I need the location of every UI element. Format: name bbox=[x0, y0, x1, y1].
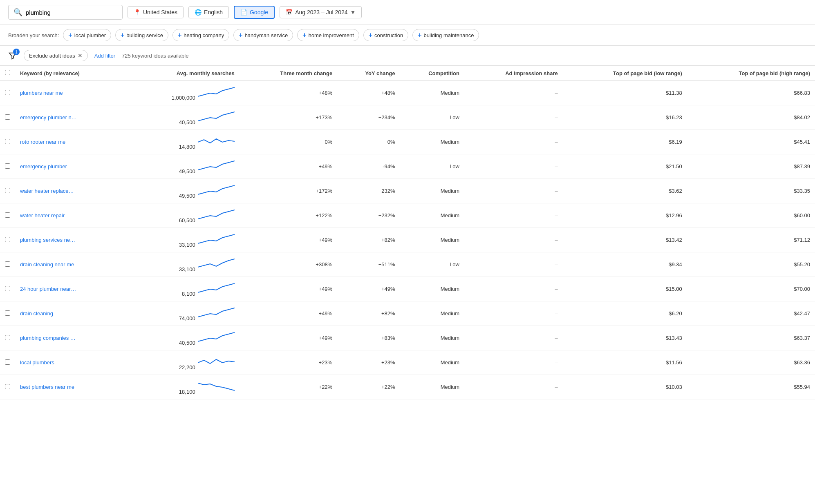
row-three-month-6: +49% bbox=[240, 228, 338, 252]
row-checkbox-input-5[interactable] bbox=[5, 212, 10, 218]
row-ad-impr-share-5: – bbox=[464, 203, 563, 228]
row-ad-impr-share-2: – bbox=[464, 130, 563, 154]
row-keyword-8[interactable]: 24 hour plumber near… bbox=[15, 277, 125, 301]
row-bid-high-2: $45.41 bbox=[687, 130, 815, 154]
col-bid-high[interactable]: Top of page bid (high range) bbox=[687, 66, 815, 81]
row-keyword-6[interactable]: plumbing services ne… bbox=[15, 228, 125, 252]
row-avg-searches-7: 33,100 bbox=[125, 252, 240, 277]
table-row: drain cleaning 74,000 +49% +82% Medium –… bbox=[0, 301, 815, 326]
row-checkbox-input-6[interactable] bbox=[5, 237, 10, 242]
broaden-chip-6[interactable]: + building maintenance bbox=[412, 29, 479, 41]
col-competition[interactable]: Competition bbox=[400, 66, 464, 81]
add-filter-button[interactable]: Add filter bbox=[94, 51, 115, 60]
location-icon: 📍 bbox=[134, 9, 141, 16]
row-checkbox-input-9[interactable] bbox=[5, 310, 10, 316]
row-three-month-9: +49% bbox=[240, 301, 338, 326]
row-yoy-1: +234% bbox=[337, 105, 400, 130]
col-yoy[interactable]: YoY change bbox=[337, 66, 400, 81]
row-keyword-0[interactable]: plumbers near me bbox=[15, 81, 125, 105]
row-competition-0: Medium bbox=[400, 81, 464, 105]
row-keyword-11[interactable]: local plumbers bbox=[15, 350, 125, 375]
col-three-month[interactable]: Three month change bbox=[240, 66, 338, 81]
search-input-wrap[interactable]: 🔍 bbox=[8, 5, 123, 20]
row-keyword-5[interactable]: water heater repair bbox=[15, 203, 125, 228]
row-checkbox-input-10[interactable] bbox=[5, 335, 10, 340]
date-range-filter[interactable]: 📅 Aug 2023 – Jul 2024 ▼ bbox=[280, 6, 362, 18]
row-bid-high-11: $63.36 bbox=[687, 350, 815, 375]
col-ad-impr-share[interactable]: Ad impression share bbox=[464, 66, 563, 81]
row-checkbox-input-7[interactable] bbox=[5, 261, 10, 267]
exclude-adult-close-button[interactable]: ✕ bbox=[78, 52, 83, 59]
row-checkbox-6[interactable] bbox=[0, 228, 15, 252]
row-ad-impr-share-4: – bbox=[464, 179, 563, 203]
broaden-chip-label-0: local plumber bbox=[74, 32, 106, 38]
row-keyword-4[interactable]: water heater replace… bbox=[15, 179, 125, 203]
broaden-chip-2[interactable]: + heating company bbox=[172, 29, 229, 41]
row-checkbox-5[interactable] bbox=[0, 203, 15, 228]
search-input[interactable] bbox=[26, 9, 117, 16]
table-header-row: Keyword (by relevance) Avg. monthly sear… bbox=[0, 66, 815, 81]
row-checkbox-input-2[interactable] bbox=[5, 139, 10, 144]
row-checkbox-12[interactable] bbox=[0, 375, 15, 399]
location-filter[interactable]: 📍 United States bbox=[128, 6, 184, 18]
row-checkbox-input-0[interactable] bbox=[5, 90, 10, 95]
row-checkbox-input-11[interactable] bbox=[5, 359, 10, 365]
row-bid-low-5: $12.96 bbox=[563, 203, 687, 228]
row-checkbox-7[interactable] bbox=[0, 252, 15, 277]
row-checkbox-4[interactable] bbox=[0, 179, 15, 203]
row-yoy-0: +48% bbox=[337, 81, 400, 105]
plus-icon-1: + bbox=[121, 31, 124, 39]
col-avg-searches[interactable]: Avg. monthly searches bbox=[125, 66, 240, 81]
table-row: plumbing services ne… 33,100 +49% +82% M… bbox=[0, 228, 815, 252]
row-keyword-10[interactable]: plumbing companies … bbox=[15, 326, 125, 350]
row-checkbox-input-1[interactable] bbox=[5, 114, 10, 120]
row-avg-searches-10: 40,500 bbox=[125, 326, 240, 350]
row-checkbox-9[interactable] bbox=[0, 301, 15, 326]
broaden-chip-label-5: construction bbox=[374, 32, 403, 38]
row-keyword-7[interactable]: drain cleaning near me bbox=[15, 252, 125, 277]
col-keyword[interactable]: Keyword (by relevance) bbox=[15, 66, 125, 81]
row-ad-impr-share-7: – bbox=[464, 252, 563, 277]
search-engine-filter[interactable]: 📄 Google bbox=[234, 6, 275, 19]
broaden-chip-label-1: building service bbox=[126, 32, 163, 38]
row-checkbox-10[interactable] bbox=[0, 326, 15, 350]
row-three-month-10: +49% bbox=[240, 326, 338, 350]
row-checkbox-11[interactable] bbox=[0, 350, 15, 375]
filter-row: 1 Exclude adult ideas ✕ Add filter 725 k… bbox=[0, 46, 815, 66]
row-yoy-12: +22% bbox=[337, 375, 400, 399]
row-checkbox-0[interactable] bbox=[0, 81, 15, 105]
row-bid-high-7: $55.20 bbox=[687, 252, 815, 277]
row-checkbox-input-8[interactable] bbox=[5, 286, 10, 291]
broaden-chip-3[interactable]: + handyman service bbox=[233, 29, 293, 41]
broaden-chip-label-3: handyman service bbox=[245, 32, 288, 38]
row-keyword-2[interactable]: roto rooter near me bbox=[15, 130, 125, 154]
col-bid-low[interactable]: Top of page bid (low range) bbox=[563, 66, 687, 81]
row-checkbox-input-12[interactable] bbox=[5, 384, 10, 389]
row-keyword-1[interactable]: emergency plumber n… bbox=[15, 105, 125, 130]
broaden-chip-label-6: building maintenance bbox=[424, 32, 474, 38]
row-checkbox-input-3[interactable] bbox=[5, 163, 10, 169]
row-yoy-5: +232% bbox=[337, 203, 400, 228]
search-icon: 🔍 bbox=[13, 8, 22, 17]
row-yoy-2: 0% bbox=[337, 130, 400, 154]
row-checkbox-3[interactable] bbox=[0, 154, 15, 179]
row-checkbox-input-4[interactable] bbox=[5, 188, 10, 193]
broaden-chip-0[interactable]: + local plumber bbox=[63, 29, 111, 41]
select-all-checkbox[interactable] bbox=[5, 70, 10, 75]
row-keyword-9[interactable]: drain cleaning bbox=[15, 301, 125, 326]
broaden-chip-5[interactable]: + construction bbox=[363, 29, 408, 41]
broaden-chip-4[interactable]: + home improvement bbox=[297, 29, 359, 41]
funnel-icon-wrap[interactable]: 1 bbox=[8, 51, 17, 60]
row-keyword-12[interactable]: best plumbers near me bbox=[15, 375, 125, 399]
row-avg-searches-6: 33,100 bbox=[125, 228, 240, 252]
location-label: United States bbox=[143, 9, 177, 16]
table-row: plumbers near me 1,000,000 +48% +48% Med… bbox=[0, 81, 815, 105]
row-checkbox-8[interactable] bbox=[0, 277, 15, 301]
language-filter[interactable]: 🌐 English bbox=[188, 6, 229, 18]
col-checkbox bbox=[0, 66, 15, 81]
row-checkbox-2[interactable] bbox=[0, 130, 15, 154]
broaden-chip-1[interactable]: + building service bbox=[115, 29, 168, 41]
keyword-table: Keyword (by relevance) Avg. monthly sear… bbox=[0, 66, 815, 399]
row-keyword-3[interactable]: emergency plumber bbox=[15, 154, 125, 179]
row-checkbox-1[interactable] bbox=[0, 105, 15, 130]
